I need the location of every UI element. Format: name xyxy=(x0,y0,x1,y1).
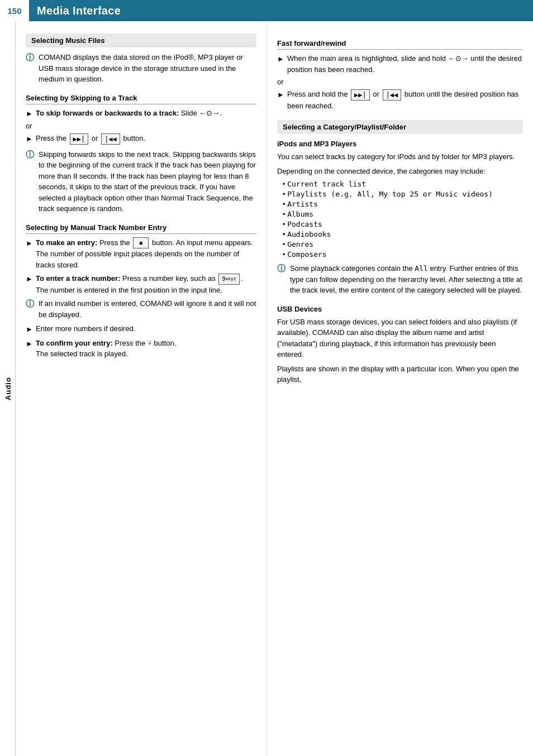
manual-bullet-1: ► To make an entry: Press the ✱ button. … xyxy=(26,237,256,271)
bullet-arrow-3: ► xyxy=(26,238,34,249)
list-item: Playlists (e.g. All, My top 25 or Music … xyxy=(283,190,523,198)
bullet-arrow-5: ► xyxy=(26,324,34,335)
bullet-arrow-4: ► xyxy=(26,274,34,285)
selecting-music-files-heading: Selecting Music Files xyxy=(26,34,256,47)
ff-bullet-1: ► When the main area is highlighted, sli… xyxy=(277,53,523,75)
all-mono: All xyxy=(415,264,427,272)
skip-bullet-2-text: Press the ▶▶| or |◀◀ button. xyxy=(36,133,145,145)
manual-bullet-3: ► Enter more numbers if desired. xyxy=(26,323,256,335)
skipping-track-heading: Selecting by Skipping to a Track xyxy=(26,94,256,104)
skipping-info: ⓘ Skipping forwards skips to the next tr… xyxy=(26,149,256,214)
category-list: Current track list Playlists (e.g. All, … xyxy=(283,180,523,259)
left-column: Selecting Music Files ⓘ COMAND displays … xyxy=(16,21,267,756)
bullet-arrow-ff1: ► xyxy=(277,54,285,65)
fast-forward-heading: Fast forward/rewind xyxy=(277,39,523,50)
page-number: 150 xyxy=(0,0,29,21)
track-number-bold: To enter a track number: xyxy=(36,274,120,283)
list-item: Artists xyxy=(283,200,523,208)
sidebar-label: Audio xyxy=(3,377,12,400)
right-column: Fast forward/rewind ► When the main area… xyxy=(267,21,533,756)
ff-bullet-2: ► Press and hold the ▶▶| or |◀◀ button u… xyxy=(277,89,523,111)
star-button: ✱ xyxy=(133,237,149,248)
info-icon-category: ⓘ xyxy=(277,262,287,275)
usb-para-1: For USB mass storage devices, you can se… xyxy=(277,317,523,360)
skip-bullet-1: ► To skip forwards or backwards to a tra… xyxy=(26,108,256,119)
main-content: Selecting Music Files ⓘ COMAND displays … xyxy=(16,21,533,756)
or-line-1: or xyxy=(26,122,256,130)
manual-bullet-2-text: To enter a track number: Press a number … xyxy=(36,273,242,295)
skipping-info-text: Skipping forwards skips to the next trac… xyxy=(39,149,256,214)
fwd-button-2: ▶▶| xyxy=(351,89,370,101)
ipod-subheading: iPods and MP3 Players xyxy=(277,140,523,148)
bullet-arrow-ff2: ► xyxy=(277,89,285,101)
manual-bullet-2: ► To enter a track number: Press a numbe… xyxy=(26,273,256,295)
category-section-heading: Selecting a Category/Playlist/Folder xyxy=(277,120,523,134)
page-header: 150 Media Interface xyxy=(0,0,533,21)
manual-bullet-4-text: To confirm your entry: Press the ⍣ butto… xyxy=(36,338,176,360)
fwd-button-1: ▶▶| xyxy=(70,133,89,145)
music-files-info-text: COMAND displays the data stored on the i… xyxy=(39,52,256,85)
bullet-arrow-1: ► xyxy=(26,108,34,119)
list-item: Audiobooks xyxy=(283,230,523,238)
info-icon-music: ⓘ xyxy=(26,51,36,64)
confirm-bold: To confirm your entry: xyxy=(36,339,113,347)
list-item: Podcasts xyxy=(283,220,523,228)
sidebar: Audio xyxy=(0,21,16,756)
skip-bold-1: To skip forwards or backwards to a track… xyxy=(36,109,179,117)
skip-bullet-1-text: To skip forwards or backwards to a track… xyxy=(36,108,222,119)
manual-track-heading-text: Selecting by Manual Track Number Entry xyxy=(26,223,166,232)
music-files-info: ⓘ COMAND displays the data stored on the… xyxy=(26,52,256,85)
category-info: ⓘ Some playback categories contain the A… xyxy=(277,263,523,296)
skip-bullet-2: ► Press the ▶▶| or |◀◀ button. xyxy=(26,133,256,145)
manual-bullet-4: ► To confirm your entry: Press the ⍣ but… xyxy=(26,338,256,360)
rew-button-2: |◀◀ xyxy=(383,89,402,101)
page-title: Media Interface xyxy=(37,4,121,17)
or-line-2: or xyxy=(277,78,523,86)
category-info-text: Some playback categories contain the All… xyxy=(290,263,523,296)
ff-bullet-2-text: Press and hold the ▶▶| or |◀◀ button unt… xyxy=(287,89,523,111)
bullet-arrow-2: ► xyxy=(26,133,34,145)
rew-button-1: |◀◀ xyxy=(101,133,120,145)
bullet-arrow-6: ► xyxy=(26,338,34,350)
info-icon-skip: ⓘ xyxy=(26,149,36,161)
ipod-para-1: You can select tracks by category for iP… xyxy=(277,151,523,162)
usb-para-2: Playlists are shown in the display with … xyxy=(277,363,523,385)
manual-bullet-3-text: Enter more numbers if desired. xyxy=(36,323,135,334)
list-item: Composers xyxy=(283,250,523,259)
manual-bullet-1-text: To make an entry: Press the ✱ button. An… xyxy=(36,237,256,271)
ipod-para-2: Depending on the connected device, the c… xyxy=(277,166,523,177)
nine-key: 9wxyz xyxy=(218,274,239,285)
usb-subheading: USB Devices xyxy=(277,305,523,313)
list-item: Albums xyxy=(283,210,523,218)
invalid-number-info: ⓘ If an invalid number is entered, COMAN… xyxy=(26,298,256,320)
manual-track-heading: Selecting by Manual Track Number Entry xyxy=(26,223,256,234)
list-item: Current track list xyxy=(283,180,523,188)
page-layout: Audio Selecting Music Files ⓘ COMAND dis… xyxy=(0,21,533,756)
invalid-number-text: If an invalid number is entered, COMAND … xyxy=(39,298,256,320)
make-entry-bold: To make an entry: xyxy=(36,238,97,247)
ff-bullet-1-text: When the main area is highlighted, slide… xyxy=(287,53,523,75)
list-item: Genres xyxy=(283,240,523,248)
info-icon-invalid: ⓘ xyxy=(26,298,36,310)
